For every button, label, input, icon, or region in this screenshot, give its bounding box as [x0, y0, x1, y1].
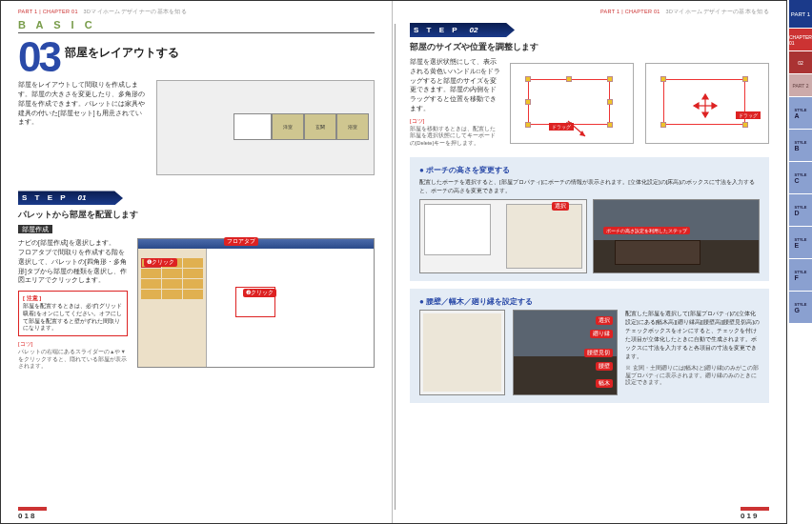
step-2-body: 部屋を選択状態にして、表示される黄色いハンドル□をドラッグすると部屋のサイズを変… [410, 57, 500, 113]
callout-select: 選択 [552, 202, 569, 211]
caution-label: [ 注意 ] [23, 294, 123, 303]
chapter-label: CHAPTER 01 [43, 9, 78, 14]
tip-text: パレットの右端にあるスライダーの▲や▼をクリックすると、隠れている部屋が表示され… [18, 349, 128, 371]
callout-floor-tab: フロアタブ [224, 237, 258, 246]
callout-click-1: ❶クリック [144, 258, 177, 267]
page-number-right: 019 [741, 507, 769, 520]
room-c: 浴室 [336, 113, 369, 140]
info-porch-title: ポーチの高さを変更する [419, 165, 760, 175]
step2-tip-text: 部屋を移動するときは、配置した部屋を選択状態にしてキーボードの[Delete]キ… [410, 126, 500, 148]
section-number: 03 [18, 39, 59, 74]
app-screenshot-step1: フロアタブ ❶クリック ❷クリック [137, 238, 375, 368]
c-koshi: 腰壁見切 [584, 349, 613, 357]
step-1-header: S T E P 01 [18, 191, 123, 205]
tab-part2[interactable]: PART 2 [789, 74, 812, 97]
info-porch-body: 配置したポーチを選択すると、[部屋プロパティ]にポーチの情報が表示されます。[立… [419, 178, 760, 195]
tab-style-d: STYLED [789, 194, 812, 227]
step-2-header: S T E P 02 [410, 23, 515, 37]
tab-part[interactable]: PART 1 [789, 0, 812, 29]
section-title: 部屋をレイアウトする [65, 45, 179, 61]
step2-tip-label: [コツ] [410, 117, 500, 126]
side-tabs: PART 1 CHAPTER 01 02 PART 2 STYLEA STYLE… [789, 0, 812, 524]
rule [18, 32, 375, 33]
drag-label-2: ドラッグ [736, 111, 761, 119]
tab-02[interactable]: 02 [789, 51, 812, 74]
info-wall-note: ※ 玄関・土間廻りには[幅木]と[廻り縁]のみがこの部屋プロパティに表示されます… [625, 365, 760, 387]
breadcrumb-right: PART 1 | CHAPTER 01 3Dマイホームデザイナーの基本を知る [410, 9, 769, 15]
resize-diagram: ドラッグ [510, 63, 634, 144]
tip-label: [コツ] [18, 340, 128, 349]
part-label-r: PART 1 [600, 9, 619, 14]
c-haba: 幅木 [596, 379, 613, 388]
room-a: 洋室 [272, 113, 304, 140]
info-porch: ポーチの高さを変更する 配置したポーチを選択すると、[部屋プロパティ]にポーチの… [410, 157, 769, 281]
page-number-left: 018 [18, 507, 47, 520]
step-1-body: ナビの[部屋作成]を選択します。 フロアタブで間取りを作成する階を選択して、パレ… [18, 238, 128, 285]
nav-button-label: 部屋作成 [18, 225, 52, 233]
porch-property-shot: 選択 [419, 199, 587, 273]
caution-box: [ 注意 ] 部屋を配置するときは、必ず[グリッド吸着]をオンにしてください。オ… [18, 291, 128, 336]
wall-3d-shot: 選択 廻り縁 腰壁見切 腰壁 幅木 [513, 310, 618, 395]
page-right: PART 1 | CHAPTER 01 3Dマイホームデザイナーの基本を知る S… [393, 1, 786, 523]
move-diagram: ドラッグ [645, 63, 769, 144]
room-b: 玄関 [304, 113, 336, 140]
tab-style-a: STYLEA [789, 97, 812, 130]
part-label: PART 1 [18, 9, 37, 14]
caution-text: 部屋を配置するときは、必ず[グリッド吸着]をオンにしてください。オフにして部屋を… [23, 303, 123, 333]
step-label: S T E P [22, 193, 69, 202]
step-2-title: 部屋のサイズや位置を調整します [410, 41, 769, 53]
porch-3d-shot: ポーチの高さ設定を利用したステップ [593, 199, 761, 273]
tab-style-e: STYLEE [789, 227, 812, 259]
c-sel: 選択 [596, 316, 613, 325]
step2-label: S T E P [414, 26, 460, 34]
tab-style-c: STYLEC [789, 162, 812, 194]
wall-property-shot [419, 310, 505, 395]
tab-chapter[interactable]: CHAPTER 01 [789, 29, 812, 51]
page-left: PART 1 | CHAPTER 01 3Dマイホームデザイナーの基本を知る B… [1, 1, 393, 523]
callout-click-2: ❷クリック [243, 289, 276, 297]
tab-style-b: STYLEB [789, 130, 812, 162]
step-1-title: パレットから部屋を配置します [18, 209, 375, 221]
info-wall-title: 腰壁／幅木／廻り縁を設定する [419, 296, 760, 307]
floorplan-overview: 洋室 玄関 浴室 [156, 80, 375, 175]
c-mawari: 廻り縁 [590, 330, 613, 338]
tab-style-f: STYLEF [789, 259, 812, 292]
basic-label: B A S I C [18, 19, 375, 30]
step2-num: 02 [470, 26, 478, 34]
chapter-label-r: CHAPTER 01 [625, 9, 660, 14]
chapter-title: 3Dマイホームデザイナーの基本を知る [84, 9, 187, 14]
intro-text: 部屋をレイアウトして間取りを作成します。部屋の大きさを変更したり、多角形の部屋を… [18, 80, 147, 127]
room-outline [233, 113, 272, 140]
info-wall: 腰壁／幅木／廻り縁を設定する 選択 廻り縁 腰壁見切 腰壁 幅木 配置した部屋を… [410, 289, 769, 403]
tab-style-g: STYLEG [789, 292, 812, 324]
callout-porch-step: ポーチの高さ設定を利用したステップ [603, 227, 690, 234]
info-wall-body: 配置した部屋を選択して[部屋プロパティ]の[立体化設定]にある[幅木高][廻り縁… [625, 310, 760, 361]
step-num: 01 [78, 193, 87, 202]
chapter-title-r: 3Dマイホームデザイナーの基本を知る [666, 9, 769, 14]
breadcrumb: PART 1 | CHAPTER 01 3Dマイホームデザイナーの基本を知る [18, 9, 375, 15]
c-koshi2: 腰壁 [596, 362, 613, 371]
